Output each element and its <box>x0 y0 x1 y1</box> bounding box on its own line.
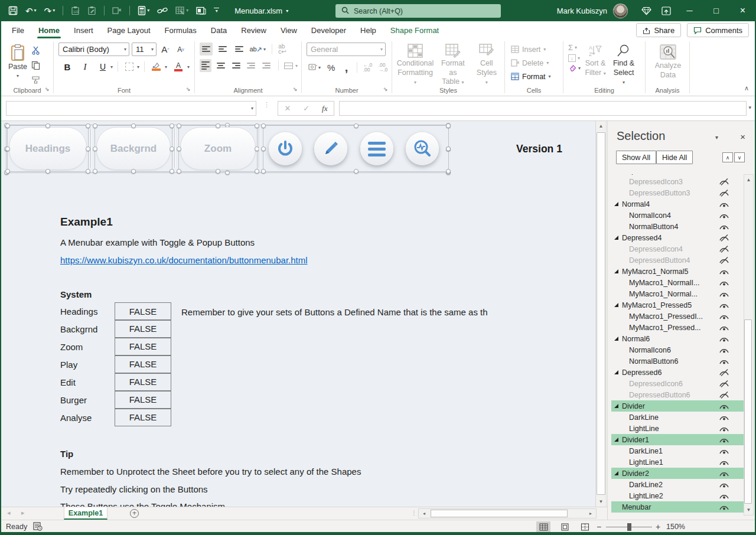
selection-handle[interactable] <box>93 123 97 128</box>
prev-sheet-icon[interactable]: ◂ <box>7 509 11 517</box>
hidden-eye-icon[interactable] <box>719 178 729 185</box>
hidden-eye-icon[interactable] <box>719 380 729 387</box>
user-name[interactable]: Mark Kubiszyn <box>557 6 607 15</box>
ribbon-tab-review[interactable]: Review <box>234 21 273 39</box>
increase-decimal-icon[interactable]: ←.0.00 <box>363 61 373 74</box>
paste-formatting-icon[interactable] <box>87 6 96 15</box>
visible-eye-icon[interactable] <box>719 212 729 219</box>
close-button[interactable]: × <box>729 0 756 21</box>
undo-icon[interactable]: ↶▾ <box>25 6 37 15</box>
selection-item-name[interactable]: MyMacro1_Normal... <box>629 290 698 298</box>
hscroll-left-icon[interactable]: ◂ <box>420 510 428 518</box>
selection-handle[interactable] <box>177 123 181 128</box>
selection-item-depressedbutton6[interactable]: DepressedButton6 <box>611 389 745 400</box>
play-button[interactable] <box>269 132 302 165</box>
cancel-entry-icon[interactable]: ✕ <box>284 104 291 113</box>
selection-item-name[interactable]: Depressed3 <box>622 174 662 175</box>
worksheet[interactable]: Headings Backgrnd Zoom <box>1 121 595 507</box>
selection-item-depressedicon3[interactable]: DepressedIcon3 <box>611 176 745 187</box>
collapse-triangle-icon[interactable] <box>614 370 618 374</box>
user-avatar[interactable] <box>613 4 628 18</box>
hide-all-button[interactable]: Hide All <box>656 151 693 164</box>
selection-item-divider1[interactable]: Divider1 <box>611 434 745 445</box>
selection-handle[interactable] <box>261 169 266 174</box>
zoom-level[interactable]: 150% <box>666 523 685 531</box>
align-left-icon[interactable] <box>200 59 211 72</box>
paste-button[interactable]: Paste ▾ <box>6 43 30 80</box>
collapse-triangle-icon[interactable] <box>614 236 618 240</box>
formula-input[interactable] <box>339 101 747 116</box>
cell-styles-button[interactable]: Cell Styles ▾ <box>472 43 501 88</box>
selection-handle[interactable] <box>5 123 10 128</box>
bring-forward-icon[interactable]: ∧ <box>722 152 733 162</box>
selection-item-name[interactable]: LightLine <box>629 425 659 433</box>
increase-indent-icon[interactable] <box>260 59 272 72</box>
selection-item-normalbutton6[interactable]: NormalButton6 <box>611 355 745 367</box>
selection-item-name[interactable]: DepressedIcon4 <box>629 245 683 253</box>
selection-item-normalicon4[interactable]: NormalIcon4 <box>611 210 745 221</box>
align-right-icon[interactable] <box>230 59 242 72</box>
confirm-entry-icon[interactable]: ✓ <box>303 104 309 113</box>
vertical-scroll-thumb[interactable] <box>597 132 605 495</box>
selection-item-darkline1[interactable]: DarkLine1 <box>611 445 745 456</box>
visible-eye-icon[interactable] <box>719 448 729 455</box>
zoom-out-icon[interactable]: − <box>597 522 601 531</box>
gem-icon[interactable] <box>636 0 656 21</box>
percent-icon[interactable]: % <box>326 61 336 74</box>
italic-button[interactable]: I <box>79 60 92 73</box>
visible-eye-icon[interactable] <box>719 291 729 298</box>
alignment-dialog-launcher[interactable] <box>293 87 299 93</box>
normal-view-icon[interactable] <box>536 521 550 532</box>
selection-item-depressedbutton4[interactable]: DepressedButton4 <box>611 255 745 266</box>
pane-close-icon[interactable]: × <box>740 132 745 142</box>
zoom-slider-thumb[interactable] <box>627 523 631 531</box>
selection-handle[interactable] <box>354 169 359 174</box>
ribbon-tab-page-layout[interactable]: Page Layout <box>100 21 158 39</box>
decrease-indent-icon[interactable] <box>246 59 258 72</box>
autosum-icon[interactable]: Σ▾ <box>568 43 581 52</box>
collapse-triangle-icon[interactable] <box>614 404 618 408</box>
visible-eye-icon[interactable] <box>719 403 729 410</box>
visible-eye-icon[interactable] <box>719 492 729 500</box>
name-box[interactable]: ▾ <box>6 101 256 116</box>
selection-handle[interactable] <box>261 123 266 128</box>
backgrnd-toggle-button[interactable]: Backgrnd <box>96 127 171 170</box>
decrease-decimal-icon[interactable]: .00→.0 <box>378 61 388 74</box>
hidden-eye-icon[interactable] <box>719 190 729 197</box>
hidden-eye-icon[interactable] <box>719 392 729 399</box>
selection-item-name[interactable]: MyMacro1_Pressed... <box>629 324 701 332</box>
paste-values-icon[interactable]: 123 <box>71 6 80 15</box>
visible-eye-icon[interactable] <box>719 470 729 477</box>
selection-handle[interactable] <box>45 169 50 174</box>
collapse-triangle-icon[interactable] <box>614 337 618 341</box>
selection-item-name[interactable]: DarkLine <box>629 413 659 422</box>
selection-handle[interactable] <box>93 169 97 174</box>
align-center-icon[interactable] <box>215 59 227 72</box>
selection-item-darkline2[interactable]: DarkLine2 <box>611 479 745 490</box>
accounting-format-icon[interactable] <box>308 61 318 74</box>
ribbon-tab-insert[interactable]: Insert <box>67 21 100 39</box>
selection-handle[interactable] <box>177 146 181 151</box>
visible-eye-icon[interactable] <box>719 414 729 421</box>
horizontal-scroll-thumb[interactable] <box>431 510 568 517</box>
show-all-button[interactable]: Show All <box>616 151 656 164</box>
font-color-icon[interactable]: A <box>172 60 185 73</box>
zoom-toggle-button[interactable]: Zoom <box>180 127 256 170</box>
collapse-ribbon-icon[interactable]: ∧ <box>744 84 749 92</box>
divider-shape[interactable] <box>90 129 92 168</box>
selection-handle[interactable] <box>216 169 220 174</box>
expand-formula-bar-icon[interactable]: ▾ <box>748 105 751 110</box>
visible-eye-icon[interactable] <box>719 481 729 488</box>
ribbon-tab-data[interactable]: Data <box>204 21 234 39</box>
align-bottom-icon[interactable] <box>233 43 246 56</box>
send-backward-icon[interactable]: ∨ <box>734 152 745 162</box>
hidden-eye-icon[interactable] <box>719 246 729 253</box>
underline-button[interactable]: U <box>96 60 109 73</box>
fill-icon[interactable]: ↓▾ <box>568 54 581 62</box>
sheet-vertical-scrollbar[interactable]: ▲ ▼ <box>595 121 607 507</box>
selection-item-name[interactable]: Depressed6 <box>622 368 662 377</box>
align-middle-icon[interactable] <box>216 43 229 56</box>
fill-color-caret[interactable]: ▾ <box>165 64 167 70</box>
cut-icon[interactable] <box>30 44 43 57</box>
collapse-triangle-icon[interactable] <box>614 303 618 307</box>
